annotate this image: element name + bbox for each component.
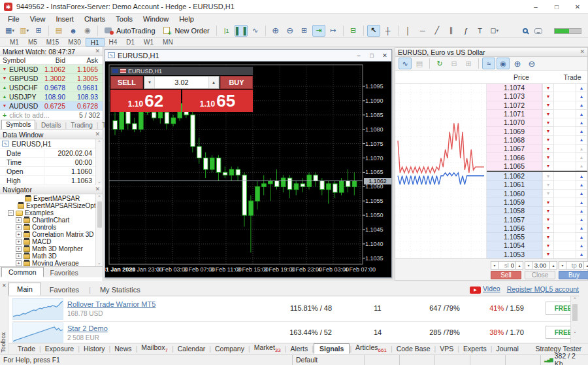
expand-icon[interactable]: + bbox=[16, 253, 22, 259]
dom-price-row[interactable]: 1.1059▾▴ bbox=[487, 198, 587, 207]
bottom-tab-alerts[interactable]: Alerts bbox=[286, 345, 312, 353]
chat-icon[interactable] bbox=[534, 28, 542, 34]
dom-volume-up-icon[interactable]: ▴ bbox=[549, 261, 557, 269]
dom-trade-cell[interactable] bbox=[554, 153, 576, 162]
dom-price-row[interactable]: 1.1066▾▴ bbox=[487, 153, 587, 162]
dom-price-row[interactable]: 1.1062▾▴ bbox=[487, 172, 587, 181]
bar-chart-icon[interactable]: |1 bbox=[220, 25, 233, 37]
sell-chevron-icon[interactable]: ▾ bbox=[542, 118, 554, 127]
data-window-scrollbar[interactable]: ⌃ ⌄ bbox=[95, 139, 103, 185]
tab-details[interactable]: Details bbox=[37, 121, 65, 130]
sell-price-box[interactable]: 1.10 62 bbox=[110, 90, 181, 112]
dom-trade-cell[interactable] bbox=[554, 207, 576, 215]
register-mql5-link[interactable]: Register MQL5 account bbox=[507, 285, 579, 293]
dom-price-row[interactable]: 1.1069▾▴ bbox=[487, 127, 587, 135]
tab-favorites[interactable]: Favorites bbox=[44, 268, 85, 277]
chart-minimize-icon[interactable]: – bbox=[352, 52, 365, 59]
buy-chevron-icon[interactable]: ▴ bbox=[576, 251, 587, 259]
signals-service-icon[interactable]: ◉ bbox=[81, 25, 94, 37]
buy-chevron-icon[interactable]: ▴ bbox=[576, 162, 587, 171]
buy-chevron-icon[interactable]: ▴ bbox=[576, 172, 587, 181]
buy-chevron-icon[interactable]: ▴ bbox=[576, 118, 587, 127]
sell-chevron-icon[interactable]: ▾ bbox=[542, 172, 554, 181]
navigator-item[interactable]: ExpertMAPSAR bbox=[0, 195, 103, 202]
sell-chevron-icon[interactable]: ▾ bbox=[542, 241, 554, 250]
objects-icon[interactable]: ◻▾ bbox=[488, 25, 501, 37]
sell-chevron-icon[interactable]: ▾ bbox=[542, 101, 554, 110]
timeframe-d1[interactable]: D1 bbox=[122, 38, 139, 46]
dom-price-row[interactable]: 1.1065▾▴ bbox=[487, 162, 587, 171]
dom-price-row[interactable]: 1.1058▾▴ bbox=[487, 207, 587, 215]
scroll-up-icon[interactable]: ⌃ bbox=[571, 297, 579, 302]
depth-chart-icon[interactable]: ≈ bbox=[482, 58, 495, 69]
buy-chevron-icon[interactable]: ▴ bbox=[576, 224, 587, 233]
timeframe-h4[interactable]: H4 bbox=[105, 38, 122, 46]
buy-chevron-icon[interactable]: ▴ bbox=[576, 241, 587, 250]
scrollbar-thumb[interactable] bbox=[97, 201, 102, 228]
market-watch-row[interactable]: ▼AUDUSD0.67250.6728 bbox=[0, 101, 103, 111]
new-order-icon[interactable] bbox=[160, 25, 173, 37]
dom-trade-cell[interactable] bbox=[554, 136, 576, 145]
chart-close-icon[interactable]: ✕ bbox=[378, 52, 391, 59]
dom-trade-cell[interactable] bbox=[554, 215, 576, 224]
bottom-tab-articles[interactable]: Articles661 bbox=[351, 343, 391, 353]
buy-chevron-icon[interactable]: ▴ bbox=[576, 181, 587, 189]
line-chart-icon[interactable]: ∿ bbox=[249, 25, 262, 37]
profiles-icon[interactable]: ▥▾ bbox=[18, 25, 31, 37]
maximize-button[interactable]: □ bbox=[546, 0, 567, 14]
navigator-scrollbar[interactable]: ⌃ ⌄ bbox=[95, 194, 103, 266]
buy-chevron-icon[interactable]: ▴ bbox=[576, 92, 587, 101]
chart-maximize-icon[interactable]: □ bbox=[365, 52, 378, 59]
zoom-out-icon[interactable]: ⊖ bbox=[284, 25, 297, 37]
buy-chevron-icon[interactable]: ▴ bbox=[576, 127, 587, 135]
bottom-tab-code-base[interactable]: Code Base bbox=[393, 345, 434, 353]
dom-close-icon[interactable]: ✕ bbox=[580, 48, 585, 55]
bottom-tab-journal[interactable]: Journal bbox=[492, 345, 522, 353]
navigator-item[interactable]: −Examples bbox=[0, 209, 103, 217]
bottom-tab-trade[interactable]: Trade bbox=[14, 345, 39, 353]
bottom-tab-vps[interactable]: VPS bbox=[436, 345, 457, 353]
dom-price-row[interactable]: 1.1071▾▴ bbox=[487, 110, 587, 118]
navigator-item[interactable]: +Math 3D Morpher bbox=[0, 245, 103, 252]
expand-icon[interactable]: + bbox=[16, 246, 22, 252]
signals-scrollbar[interactable]: ⌃ ⌄ bbox=[570, 296, 579, 343]
sell-chevron-icon[interactable]: ▾ bbox=[542, 190, 554, 198]
auto-scroll-icon[interactable]: ⇥ bbox=[312, 25, 325, 37]
scroll-down-icon[interactable]: ⌄ bbox=[96, 179, 103, 185]
data-window-close-icon[interactable]: ✕ bbox=[95, 131, 100, 137]
timeframe-m30[interactable]: M30 bbox=[63, 38, 85, 46]
expand-icon[interactable]: + bbox=[16, 232, 22, 237]
new-chart-icon[interactable]: ▦▾ bbox=[3, 25, 16, 37]
refresh-icon[interactable]: ↻ bbox=[433, 58, 446, 69]
menu-help[interactable]: Help bbox=[174, 15, 199, 23]
close-button[interactable]: ✕ bbox=[567, 0, 588, 14]
time-sales-icon[interactable]: ▤ bbox=[413, 58, 426, 69]
bottom-tab-signals[interactable]: Signals bbox=[314, 343, 350, 354]
crosshair-icon[interactable]: ┼ bbox=[382, 25, 395, 37]
dom-trade-cell[interactable] bbox=[554, 251, 576, 259]
scroll-up-icon[interactable]: ⌃ bbox=[96, 194, 103, 201]
tab-main[interactable]: Main bbox=[8, 283, 41, 296]
dom-price-row[interactable]: 1.1057▾▴ bbox=[487, 215, 587, 224]
vertical-line-icon[interactable]: │ bbox=[402, 25, 415, 37]
bottom-tab-experts[interactable]: Experts bbox=[459, 345, 491, 353]
chart-plot-area[interactable]: EURUSD,H1 SELL ▾ 3.02 ▴ BUY 1.10 bbox=[105, 61, 391, 277]
signal-name-link[interactable]: Rollover Trade Warrior MT5 bbox=[67, 300, 155, 308]
sell-chevron-icon[interactable]: ▾ bbox=[542, 251, 554, 259]
navigator-item[interactable]: +Math 3D bbox=[0, 252, 103, 260]
dom-volume-value[interactable]: 3.00 bbox=[534, 262, 547, 269]
scrollbar-thumb[interactable] bbox=[572, 304, 578, 321]
navigator-item[interactable]: ExpertMAPSARSizeOptim bbox=[0, 202, 103, 209]
dom-zoom-in-icon[interactable]: ⊕ bbox=[511, 58, 524, 69]
toolbox-close-icon[interactable]: ✕ bbox=[2, 283, 7, 288]
bottom-tab-history[interactable]: History bbox=[80, 345, 109, 353]
dom-trade-cell[interactable] bbox=[554, 127, 576, 135]
dom-price-row[interactable]: 1.1060▾▴ bbox=[487, 190, 587, 198]
dom-sell-button[interactable]: Sell bbox=[491, 271, 521, 279]
buy-chevron-icon[interactable]: ▴ bbox=[576, 190, 587, 198]
volume-up-icon[interactable]: ▴ bbox=[208, 77, 219, 88]
navigator-item[interactable]: +MACD bbox=[0, 238, 103, 245]
dom-price-row[interactable]: 1.1056▾▴ bbox=[487, 224, 587, 233]
bottom-tab-exposure[interactable]: Exposure bbox=[41, 345, 78, 353]
sell-chevron-icon[interactable]: ▾ bbox=[542, 215, 554, 224]
